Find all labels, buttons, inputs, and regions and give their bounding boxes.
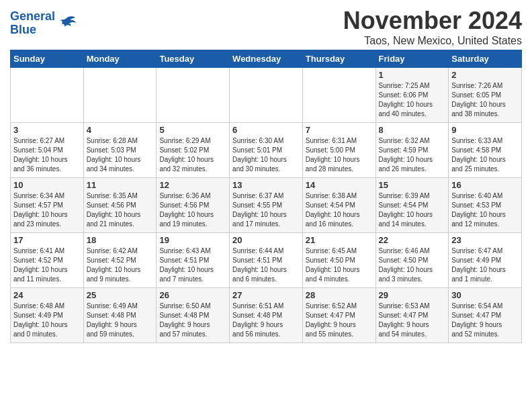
day-cell: 6Sunrise: 6:30 AM Sunset: 5:01 PM Daylig…	[230, 123, 303, 178]
week-row-2: 3Sunrise: 6:27 AM Sunset: 5:04 PM Daylig…	[11, 123, 522, 178]
day-number: 2	[451, 70, 519, 80]
subtitle: Taos, New Mexico, United States	[343, 35, 522, 47]
day-info: Sunrise: 6:48 AM Sunset: 4:49 PM Dayligh…	[13, 302, 81, 339]
day-cell: 25Sunrise: 6:49 AM Sunset: 4:48 PM Dayli…	[83, 288, 157, 343]
day-cell: 2Sunrise: 7:26 AM Sunset: 6:05 PM Daylig…	[449, 68, 522, 123]
day-info: Sunrise: 6:27 AM Sunset: 5:04 PM Dayligh…	[13, 136, 81, 174]
day-cell: 23Sunrise: 6:47 AM Sunset: 4:49 PM Dayli…	[449, 233, 522, 288]
day-info: Sunrise: 6:39 AM Sunset: 4:54 PM Dayligh…	[379, 191, 446, 229]
day-number: 27	[232, 290, 300, 300]
day-number: 12	[159, 180, 226, 190]
day-cell: 19Sunrise: 6:43 AM Sunset: 4:51 PM Dayli…	[157, 233, 230, 288]
logo: GeneralBlue	[10, 10, 77, 37]
day-info: Sunrise: 6:42 AM Sunset: 4:52 PM Dayligh…	[87, 246, 154, 284]
day-number: 28	[306, 290, 373, 300]
day-info: Sunrise: 6:33 AM Sunset: 4:58 PM Dayligh…	[451, 136, 519, 174]
day-number: 29	[379, 290, 446, 300]
header: GeneralBlue November 2024 Taos, New Mexi…	[10, 7, 522, 47]
day-cell: 18Sunrise: 6:42 AM Sunset: 4:52 PM Dayli…	[83, 233, 157, 288]
day-number: 1	[379, 70, 446, 80]
day-info: Sunrise: 6:35 AM Sunset: 4:56 PM Dayligh…	[87, 191, 154, 229]
day-cell: 24Sunrise: 6:48 AM Sunset: 4:49 PM Dayli…	[11, 288, 84, 343]
day-number: 4	[87, 125, 154, 135]
main-title: November 2024	[343, 7, 522, 35]
day-number: 23	[451, 235, 519, 245]
day-cell: 8Sunrise: 6:32 AM Sunset: 4:59 PM Daylig…	[375, 123, 449, 178]
day-cell	[157, 68, 230, 123]
day-info: Sunrise: 6:28 AM Sunset: 5:03 PM Dayligh…	[87, 136, 154, 174]
calendar-table: SundayMondayTuesdayWednesdayThursdayFrid…	[10, 50, 522, 343]
day-info: Sunrise: 6:47 AM Sunset: 4:49 PM Dayligh…	[451, 246, 519, 284]
day-number: 13	[232, 180, 300, 190]
day-number: 17	[13, 235, 81, 245]
day-number: 15	[379, 180, 446, 190]
day-cell: 20Sunrise: 6:44 AM Sunset: 4:51 PM Dayli…	[230, 233, 303, 288]
day-info: Sunrise: 6:36 AM Sunset: 4:56 PM Dayligh…	[159, 191, 226, 229]
day-number: 30	[451, 290, 519, 300]
header-cell-sunday: Sunday	[11, 50, 84, 68]
day-number: 24	[13, 290, 81, 300]
day-number: 20	[232, 235, 300, 245]
day-info: Sunrise: 6:32 AM Sunset: 4:59 PM Dayligh…	[379, 136, 446, 174]
day-number: 19	[159, 235, 226, 245]
day-info: Sunrise: 6:52 AM Sunset: 4:47 PM Dayligh…	[306, 302, 373, 339]
day-info: Sunrise: 6:49 AM Sunset: 4:48 PM Dayligh…	[87, 302, 154, 339]
day-number: 7	[306, 125, 373, 135]
day-number: 22	[379, 235, 446, 245]
day-cell: 10Sunrise: 6:34 AM Sunset: 4:57 PM Dayli…	[11, 178, 84, 233]
day-info: Sunrise: 6:44 AM Sunset: 4:51 PM Dayligh…	[232, 246, 300, 284]
day-info: Sunrise: 6:31 AM Sunset: 5:00 PM Dayligh…	[306, 136, 373, 174]
day-cell: 12Sunrise: 6:36 AM Sunset: 4:56 PM Dayli…	[157, 178, 230, 233]
day-cell: 30Sunrise: 6:54 AM Sunset: 4:47 PM Dayli…	[449, 288, 522, 343]
day-cell: 1Sunrise: 7:25 AM Sunset: 6:06 PM Daylig…	[375, 68, 449, 123]
day-info: Sunrise: 6:43 AM Sunset: 4:51 PM Dayligh…	[159, 246, 226, 284]
day-info: Sunrise: 6:41 AM Sunset: 4:52 PM Dayligh…	[13, 246, 81, 284]
day-cell: 4Sunrise: 6:28 AM Sunset: 5:03 PM Daylig…	[83, 123, 157, 178]
header-cell-saturday: Saturday	[449, 50, 522, 68]
day-cell: 9Sunrise: 6:33 AM Sunset: 4:58 PM Daylig…	[449, 123, 522, 178]
day-info: Sunrise: 6:46 AM Sunset: 4:50 PM Dayligh…	[379, 246, 446, 284]
day-number: 6	[232, 125, 300, 135]
day-cell: 5Sunrise: 6:29 AM Sunset: 5:02 PM Daylig…	[157, 123, 230, 178]
header-cell-wednesday: Wednesday	[230, 50, 303, 68]
day-info: Sunrise: 6:30 AM Sunset: 5:01 PM Dayligh…	[232, 136, 300, 174]
day-cell: 14Sunrise: 6:38 AM Sunset: 4:54 PM Dayli…	[302, 178, 375, 233]
day-number: 26	[159, 290, 226, 300]
week-row-1: 1Sunrise: 7:25 AM Sunset: 6:06 PM Daylig…	[11, 68, 522, 123]
day-number: 5	[159, 125, 226, 135]
day-cell: 27Sunrise: 6:51 AM Sunset: 4:48 PM Dayli…	[230, 288, 303, 343]
day-info: Sunrise: 7:26 AM Sunset: 6:05 PM Dayligh…	[451, 81, 519, 119]
week-row-5: 24Sunrise: 6:48 AM Sunset: 4:49 PM Dayli…	[11, 288, 522, 343]
day-number: 25	[87, 290, 154, 300]
day-number: 9	[451, 125, 519, 135]
day-cell: 28Sunrise: 6:52 AM Sunset: 4:47 PM Dayli…	[302, 288, 375, 343]
day-info: Sunrise: 6:45 AM Sunset: 4:50 PM Dayligh…	[306, 246, 373, 284]
header-cell-monday: Monday	[83, 50, 157, 68]
day-info: Sunrise: 7:25 AM Sunset: 6:06 PM Dayligh…	[379, 81, 446, 119]
day-cell	[83, 68, 157, 123]
day-cell	[230, 68, 303, 123]
day-cell: 29Sunrise: 6:53 AM Sunset: 4:47 PM Dayli…	[375, 288, 449, 343]
day-cell: 7Sunrise: 6:31 AM Sunset: 5:00 PM Daylig…	[302, 123, 375, 178]
day-cell: 3Sunrise: 6:27 AM Sunset: 5:04 PM Daylig…	[11, 123, 84, 178]
title-block: November 2024 Taos, New Mexico, United S…	[343, 7, 522, 47]
day-number: 16	[451, 180, 519, 190]
day-cell: 15Sunrise: 6:39 AM Sunset: 4:54 PM Dayli…	[375, 178, 449, 233]
day-info: Sunrise: 6:29 AM Sunset: 5:02 PM Dayligh…	[159, 136, 226, 174]
day-number: 8	[379, 125, 446, 135]
day-info: Sunrise: 6:38 AM Sunset: 4:54 PM Dayligh…	[306, 191, 373, 229]
day-cell: 16Sunrise: 6:40 AM Sunset: 4:53 PM Dayli…	[449, 178, 522, 233]
week-row-4: 17Sunrise: 6:41 AM Sunset: 4:52 PM Dayli…	[11, 233, 522, 288]
day-cell	[11, 68, 84, 123]
day-cell: 22Sunrise: 6:46 AM Sunset: 4:50 PM Dayli…	[375, 233, 449, 288]
day-cell: 13Sunrise: 6:37 AM Sunset: 4:55 PM Dayli…	[230, 178, 303, 233]
day-number: 18	[87, 235, 154, 245]
day-number: 10	[13, 180, 81, 190]
day-cell: 17Sunrise: 6:41 AM Sunset: 4:52 PM Dayli…	[11, 233, 84, 288]
header-cell-friday: Friday	[375, 50, 449, 68]
day-info: Sunrise: 6:37 AM Sunset: 4:55 PM Dayligh…	[232, 191, 300, 229]
day-info: Sunrise: 6:54 AM Sunset: 4:47 PM Dayligh…	[451, 302, 519, 339]
day-number: 3	[13, 125, 81, 135]
day-info: Sunrise: 6:34 AM Sunset: 4:57 PM Dayligh…	[13, 191, 81, 229]
day-info: Sunrise: 6:53 AM Sunset: 4:47 PM Dayligh…	[379, 302, 446, 339]
